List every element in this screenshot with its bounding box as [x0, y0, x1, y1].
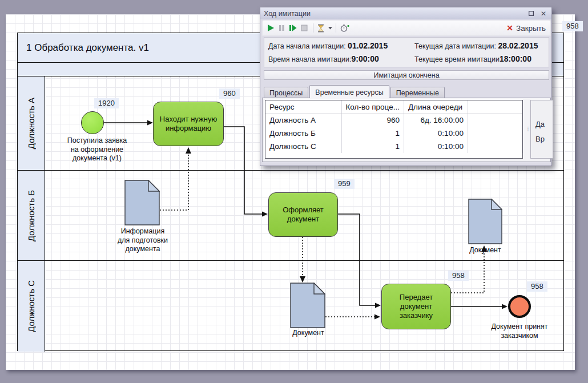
col-process-count[interactable]: Кол-во проце...: [341, 100, 404, 114]
task-deliver-doc-badge: 958: [448, 271, 469, 281]
clipped-side-panel: Да Вр: [530, 100, 553, 159]
maximize-icon[interactable]: [526, 10, 535, 18]
lane-b-label: Должность Б: [26, 190, 36, 241]
simulation-status-bar: Имитация окончена: [264, 70, 549, 80]
task-prepare-doc-badge: 959: [334, 179, 355, 189]
toolbar-separator: [313, 23, 313, 33]
dialog-tabs: Процессы Временные ресурсы Переменные: [264, 85, 446, 98]
task-find-info-badge: 960: [219, 88, 240, 99]
table-row[interactable]: Должность А 960 6д. 16:00:00: [265, 114, 522, 127]
document-info-label: Информация для подготовки документа: [97, 227, 188, 254]
start-date: Дата начала имитации: 01.02.2015: [268, 41, 414, 50]
table-row[interactable]: Должность Б 1 0:10:00: [265, 127, 522, 140]
dialog-toolbar: ✕ Закрыть: [262, 20, 551, 36]
task-prepare-doc[interactable]: Оформляет документ: [268, 192, 338, 237]
table-header-row: Ресурс Кол-во проце... Длина очереди: [265, 100, 522, 114]
task-deliver-doc[interactable]: Передает документ заказчику: [381, 284, 451, 329]
lane-a-label: Должность А: [26, 98, 36, 149]
side-panel-label-2: Вр: [535, 135, 545, 143]
dropdown-caret-icon[interactable]: [328, 23, 332, 33]
start-event[interactable]: [81, 111, 104, 134]
stop-icon[interactable]: [301, 23, 308, 33]
play-icon[interactable]: [267, 23, 275, 33]
document-lane-c-label: Документ: [280, 329, 337, 338]
current-date: Текущая дата имитации: 28.02.2015: [414, 41, 549, 50]
step-icon[interactable]: [289, 23, 297, 33]
lane-b-header[interactable]: Должность Б: [18, 171, 45, 260]
document-lane-c-icon[interactable]: [290, 283, 325, 328]
lane-c-label: Должность С: [26, 280, 36, 332]
hourglass-icon[interactable]: [317, 23, 324, 33]
tab-temporary-resources[interactable]: Временные ресурсы: [309, 85, 389, 98]
tab-processes[interactable]: Процессы: [264, 87, 308, 98]
close-button-label: Закрыть: [516, 24, 546, 33]
simulation-info-panel: Дата начала имитации: 01.02.2015 Текущая…: [264, 37, 549, 67]
document-info-icon[interactable]: [124, 180, 160, 225]
tab-content-panel: Ресурс Кол-во проце... Длина очереди Дол…: [262, 98, 551, 162]
task-find-info[interactable]: Находит нужную информацию: [153, 102, 224, 146]
end-event-badge: 958: [527, 281, 547, 292]
current-time: Текущее время имитации18:00:00: [414, 54, 549, 63]
start-event-badge: 1920: [94, 98, 119, 108]
panel-splitter[interactable]: ⁞: [525, 100, 530, 159]
side-panel-label-1: Да: [535, 120, 545, 128]
pause-icon[interactable]: [279, 23, 285, 33]
close-x-icon: ✕: [506, 23, 513, 33]
col-resource[interactable]: Ресурс: [265, 100, 341, 114]
dialog-titlebar[interactable]: Ход имитации ✕: [260, 7, 551, 19]
lane-c-header[interactable]: Должность С: [18, 261, 45, 352]
start-time: Время начала имитации:9:00:00: [268, 54, 414, 63]
dialog-title: Ход имитации: [264, 10, 311, 18]
col-queue-length[interactable]: Длина очереди: [404, 100, 468, 114]
end-event[interactable]: [508, 295, 531, 318]
end-event-label: Документ принят заказчиком: [480, 322, 559, 340]
document-lane-b-icon[interactable]: [468, 199, 502, 244]
floating-queue-badge: 958: [562, 21, 583, 31]
add-timer-icon[interactable]: [340, 23, 349, 33]
lane-a-header[interactable]: Должность А: [18, 76, 45, 170]
toolbar-separator-2: [336, 23, 336, 33]
tab-variables[interactable]: Переменные: [390, 87, 445, 98]
simulation-dialog[interactable]: Ход имитации ✕ ✕ Закр: [260, 7, 552, 166]
close-icon[interactable]: ✕: [539, 10, 548, 18]
close-simulation-button[interactable]: ✕ Закрыть: [506, 23, 546, 33]
table-row[interactable]: Должность С 1 0:10:00: [265, 140, 522, 153]
start-event-label: Поступила заявка на оформление документа…: [51, 136, 143, 163]
resources-table[interactable]: Ресурс Кол-во проце... Длина очереди Дол…: [265, 100, 523, 159]
document-lane-b-label: Документ: [460, 246, 511, 255]
